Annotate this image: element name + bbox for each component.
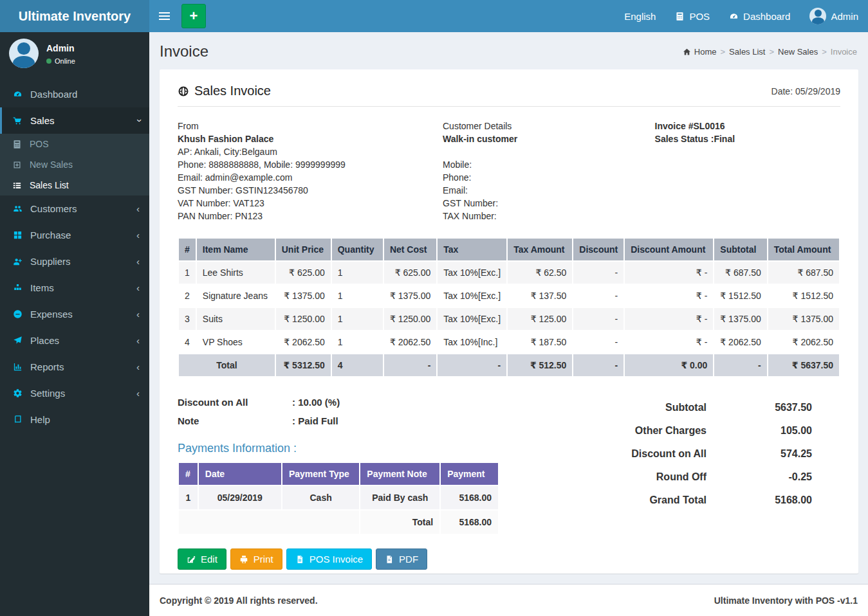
dashboard-icon bbox=[729, 12, 739, 21]
home-icon bbox=[683, 48, 691, 56]
sales-status: Sales Status :Final bbox=[655, 132, 840, 145]
chevron-left-icon: ‹ bbox=[136, 309, 140, 320]
customer-name: Walk-in customer bbox=[443, 132, 655, 145]
users-icon bbox=[13, 204, 23, 213]
chevron-left-icon: ‹ bbox=[136, 203, 140, 214]
sidebar-item-dashboard[interactable]: Dashboard bbox=[0, 81, 149, 107]
items-header-row: # Item Name Unit Price Quantity Net Cost… bbox=[178, 238, 840, 261]
breadcrumb-sales-list[interactable]: Sales List bbox=[729, 47, 765, 57]
items-total-row: Total ₹ 5312.50 4 - - ₹ 512.50 - ₹ 0.00 … bbox=[178, 354, 840, 377]
main-content: Invoice Home > Sales List > New Sales > … bbox=[149, 32, 868, 616]
customer-heading: Customer Details bbox=[443, 120, 655, 132]
bar-chart-icon bbox=[13, 362, 23, 372]
sidebar-item-settings[interactable]: Settings ‹ bbox=[0, 380, 149, 406]
summary-other-charges: Other Charges105.00 bbox=[588, 425, 812, 437]
sidebar: Admin Online Dashboard Sales ‹ POS New S… bbox=[0, 32, 149, 616]
invoice-meta: Invoice #SL0016 Sales Status :Final bbox=[655, 120, 840, 222]
user-plus-icon bbox=[13, 257, 23, 266]
footer: Copyright © 2019 All rights reserved. Ul… bbox=[149, 584, 868, 616]
table-row: 3Suits₹ 1250.001₹ 1250.00Tax 10%[Exc.]₹ … bbox=[178, 307, 840, 331]
avatar bbox=[9, 39, 39, 68]
payments-header-row: # Date Payment Type Payment Note Payment bbox=[178, 462, 499, 485]
sidebar-item-purchase[interactable]: Purchase ‹ bbox=[0, 222, 149, 248]
chevron-left-icon: ‹ bbox=[136, 282, 140, 293]
chevron-left-icon: ‹ bbox=[136, 230, 140, 240]
totals-summary: Subtotal5637.50 Other Charges105.00 Disc… bbox=[588, 402, 840, 518]
breadcrumb: Home > Sales List > New Sales > Invoice bbox=[683, 47, 857, 57]
plus-square-icon bbox=[12, 160, 22, 170]
payment-row: 1 05/29/2019 Cash Paid By cash 5168.00 bbox=[178, 485, 499, 510]
edit-button[interactable]: Edit bbox=[178, 548, 226, 570]
sidebar-user-status[interactable]: Online bbox=[46, 57, 75, 65]
invoice-card: Sales Invoice Date: 05/29/2019 From Khus… bbox=[160, 69, 858, 574]
book-icon bbox=[13, 415, 23, 424]
summary-round-off: Round Off-0.25 bbox=[588, 471, 812, 483]
globe-icon bbox=[178, 86, 189, 97]
grid-icon bbox=[13, 230, 23, 240]
chevron-left-icon: ‹ bbox=[136, 256, 140, 267]
sidebar-item-expenses[interactable]: Expenses ‹ bbox=[0, 301, 149, 327]
language-menu[interactable]: English bbox=[614, 0, 665, 32]
list-icon bbox=[12, 181, 22, 190]
sidebar-item-new-sales[interactable]: New Sales bbox=[0, 154, 149, 175]
from-name: Khush Fashion Palace bbox=[178, 132, 443, 145]
sidebar-item-pos[interactable]: POS bbox=[0, 134, 149, 154]
nav-pos-label: POS bbox=[689, 11, 710, 22]
summary-discount-on-all: Discount on All574.25 bbox=[588, 448, 812, 460]
chevron-left-icon: ‹ bbox=[136, 335, 140, 346]
from-details: From Khush Fashion Palace AP: Ankali, Ci… bbox=[178, 120, 443, 222]
invoice-number: Invoice #SL0016 bbox=[655, 120, 840, 132]
sidebar-item-items[interactable]: Items ‹ bbox=[0, 275, 149, 301]
sidebar-user-name: Admin bbox=[46, 43, 75, 53]
sidebar-item-sales[interactable]: Sales ‹ bbox=[0, 107, 149, 134]
gear-icon bbox=[13, 388, 23, 398]
sidebar-item-sales-list[interactable]: Sales List bbox=[0, 175, 149, 195]
brand-title: Ultimate Inventory bbox=[0, 0, 149, 32]
file-pdf-icon bbox=[385, 555, 394, 564]
printer-icon bbox=[239, 555, 248, 564]
summary-grand-total: Grand Total5168.00 bbox=[588, 494, 812, 506]
payments-heading: Payments Information : bbox=[178, 442, 499, 455]
breadcrumb-home[interactable]: Home bbox=[683, 47, 717, 57]
dashboard-icon bbox=[13, 89, 23, 99]
chevron-left-icon: ‹ bbox=[136, 388, 140, 399]
online-status-icon bbox=[46, 59, 51, 64]
table-row: 4VP Shoes₹ 2062.501₹ 2062.50Tax 10%[Inc.… bbox=[178, 331, 840, 354]
breadcrumb-invoice: Invoice bbox=[831, 47, 857, 57]
items-table: # Item Name Unit Price Quantity Net Cost… bbox=[178, 237, 840, 377]
sidebar-item-reports[interactable]: Reports ‹ bbox=[0, 354, 149, 380]
discount-on-all-row: Discount on All: 10.00 (%) bbox=[178, 397, 499, 408]
sidebar-user-panel: Admin Online bbox=[0, 32, 149, 75]
cart-icon bbox=[13, 116, 23, 125]
copyright-text: Copyright © 2019 All rights reserved. bbox=[160, 595, 318, 606]
from-heading: From bbox=[178, 120, 443, 132]
pdf-button[interactable]: PDF bbox=[376, 548, 427, 570]
avatar bbox=[809, 8, 826, 24]
calculator-icon bbox=[12, 140, 22, 149]
sidebar-item-places[interactable]: Places ‹ bbox=[0, 327, 149, 354]
calculator-icon bbox=[675, 12, 685, 21]
note-row: Note: Paid Full bbox=[178, 415, 499, 426]
print-button[interactable]: Print bbox=[230, 548, 282, 570]
pos-invoice-button[interactable]: POS Invoice bbox=[286, 548, 372, 570]
breadcrumb-new-sales[interactable]: New Sales bbox=[778, 47, 818, 57]
paper-plane-icon bbox=[13, 336, 23, 345]
sidebar-toggle-button[interactable] bbox=[149, 0, 179, 32]
sidebar-item-suppliers[interactable]: Suppliers ‹ bbox=[0, 248, 149, 275]
cubes-icon bbox=[13, 283, 23, 293]
version-text: Ultimate Inventory with POS -v1.1 bbox=[714, 595, 858, 606]
summary-subtotal: Subtotal5637.50 bbox=[588, 402, 812, 413]
sidebar-item-help[interactable]: Help bbox=[0, 406, 149, 433]
invoice-date: Date: 05/29/2019 bbox=[771, 86, 840, 96]
user-menu[interactable]: Admin bbox=[800, 0, 868, 32]
quick-add-button[interactable]: + bbox=[181, 4, 206, 28]
nav-dashboard-link[interactable]: Dashboard bbox=[719, 0, 800, 32]
payments-table: # Date Payment Type Payment Note Payment… bbox=[178, 462, 499, 535]
nav-pos-link[interactable]: POS bbox=[665, 0, 719, 32]
user-name-label: Admin bbox=[831, 11, 858, 22]
file-icon bbox=[295, 555, 304, 564]
sidebar-item-customers[interactable]: Customers ‹ bbox=[0, 195, 149, 222]
nav-dashboard-label: Dashboard bbox=[743, 11, 790, 22]
pencil-icon bbox=[187, 555, 196, 564]
table-row: 1Lee Shirts₹ 625.001₹ 625.00Tax 10%[Exc.… bbox=[178, 261, 840, 284]
